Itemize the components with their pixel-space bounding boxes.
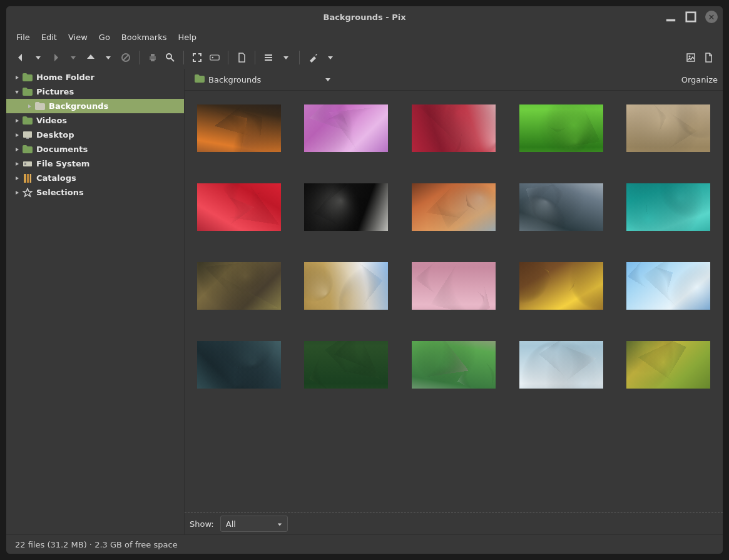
expand-icon[interactable] — [13, 190, 21, 195]
menubar: File Edit View Go Bookmarks Help — [6, 28, 723, 46]
thumbnail[interactable] — [301, 183, 392, 231]
thumbnail[interactable] — [516, 262, 607, 310]
print-button[interactable] — [145, 49, 161, 66]
search-button[interactable] — [162, 49, 178, 66]
svg-rect-5 — [151, 54, 155, 56]
tools-button[interactable] — [305, 49, 321, 66]
expand-icon[interactable] — [13, 161, 21, 166]
expand-icon[interactable] — [13, 75, 21, 80]
titlebar: Backgrounds - Pix ✕ — [6, 6, 723, 28]
sidebar-item-file-system[interactable]: File System — [6, 156, 184, 171]
sidebar-item-label: Selections — [36, 188, 84, 197]
tools-menu[interactable] — [322, 49, 339, 66]
expand-icon[interactable] — [13, 89, 21, 94]
menu-edit[interactable]: Edit — [36, 30, 62, 44]
thumbnail[interactable] — [623, 341, 714, 389]
thumbnail[interactable] — [408, 104, 499, 152]
nav-up-menu[interactable] — [100, 49, 116, 66]
nav-back-button[interactable] — [13, 49, 29, 66]
properties-button[interactable] — [683, 49, 699, 66]
maximize-button[interactable] — [685, 11, 696, 23]
breadcrumb[interactable]: Backgrounds — [190, 72, 266, 87]
expand-icon[interactable] — [25, 104, 34, 109]
sidebar-item-catalogs[interactable]: Catalogs — [6, 171, 184, 185]
sidebar-item-label: Videos — [36, 116, 67, 125]
thumbnail[interactable] — [301, 341, 392, 389]
thumbnail[interactable] — [516, 104, 607, 152]
new-file-button[interactable] — [233, 49, 250, 66]
sidebar-item-label: Catalogs — [36, 173, 76, 183]
thumbnail[interactable] — [408, 183, 499, 231]
documents-icon — [23, 145, 33, 155]
thumbnail[interactable] — [301, 104, 392, 152]
svg-point-15 — [689, 56, 691, 58]
thumbnail[interactable] — [301, 262, 392, 310]
selections-icon — [23, 188, 33, 198]
fullscreen-button[interactable] — [189, 49, 205, 66]
sidebar-item-desktop[interactable]: Desktop — [6, 128, 184, 142]
svg-point-10 — [212, 57, 213, 58]
slideshow-button[interactable] — [206, 49, 223, 66]
thumbnail-grid — [193, 104, 714, 389]
thumbnail[interactable] — [516, 183, 607, 231]
expand-icon[interactable] — [13, 147, 21, 152]
nav-back-menu[interactable] — [30, 49, 46, 66]
menu-help[interactable]: Help — [173, 30, 201, 44]
close-button[interactable]: ✕ — [705, 11, 718, 23]
separator — [139, 51, 140, 64]
location-bar: Backgrounds Organize — [185, 69, 723, 91]
thumbnail[interactable] — [408, 262, 499, 310]
show-label: Show: — [190, 519, 214, 529]
menu-file[interactable]: File — [11, 30, 35, 44]
videos-icon — [23, 116, 33, 126]
svg-rect-0 — [666, 19, 675, 22]
sidebar-item-backgrounds[interactable]: Backgrounds — [6, 99, 184, 113]
nav-forward-button[interactable] — [48, 49, 64, 66]
svg-rect-22 — [30, 174, 31, 183]
desktop-icon — [23, 130, 33, 140]
thumbnail[interactable] — [623, 183, 714, 231]
location-dropdown[interactable] — [320, 71, 336, 88]
view-menu[interactable] — [278, 49, 294, 66]
app-window: Backgrounds - Pix ✕ File Edit View Go Bo… — [6, 6, 723, 554]
thumbnail[interactable] — [193, 183, 285, 231]
window-controls: ✕ — [665, 6, 718, 28]
sidebar-item-pictures[interactable]: Pictures — [6, 84, 184, 99]
stop-button[interactable] — [118, 49, 134, 66]
thumbnail[interactable] — [193, 262, 285, 310]
catalogs-icon — [23, 173, 33, 183]
minimize-button[interactable] — [665, 11, 676, 23]
thumbnail[interactable] — [623, 104, 714, 152]
expand-icon[interactable] — [13, 133, 21, 138]
nav-forward-menu[interactable] — [65, 49, 81, 66]
organize-button[interactable]: Organize — [681, 75, 718, 84]
sidebar-item-home-folder[interactable]: Home Folder — [6, 70, 184, 84]
breadcrumb-label: Backgrounds — [208, 75, 261, 84]
thumbnail-viewer[interactable] — [185, 91, 723, 512]
thumbnail[interactable] — [193, 104, 285, 152]
sidebar-item-selections[interactable]: Selections — [6, 185, 184, 200]
svg-line-8 — [171, 58, 174, 61]
body: Home FolderPicturesBackgroundsVideosDesk… — [6, 69, 723, 534]
menu-go[interactable]: Go — [94, 30, 115, 44]
thumbnail[interactable] — [623, 262, 714, 310]
svg-rect-19 — [24, 163, 26, 165]
filesystem-icon — [23, 159, 33, 169]
expand-icon[interactable] — [13, 118, 21, 123]
menu-view[interactable]: View — [63, 30, 93, 44]
sidebar-item-videos[interactable]: Videos — [6, 113, 184, 128]
thumbnail[interactable] — [408, 341, 499, 389]
folder-icon — [35, 101, 45, 111]
sidebar-item-documents[interactable]: Documents — [6, 142, 184, 156]
sidebar-item-label: Documents — [36, 145, 88, 154]
thumbnail[interactable] — [516, 341, 607, 389]
nav-up-button[interactable] — [83, 49, 99, 66]
filter-value: All — [226, 519, 236, 529]
list-view-button[interactable] — [260, 49, 277, 66]
expand-icon[interactable] — [13, 176, 21, 181]
filter-select[interactable]: All — [220, 516, 288, 532]
menu-bookmarks[interactable]: Bookmarks — [116, 30, 172, 44]
sidebar-item-label: Home Folder — [36, 73, 94, 82]
edit-image-button[interactable] — [700, 49, 716, 66]
thumbnail[interactable] — [193, 341, 285, 389]
